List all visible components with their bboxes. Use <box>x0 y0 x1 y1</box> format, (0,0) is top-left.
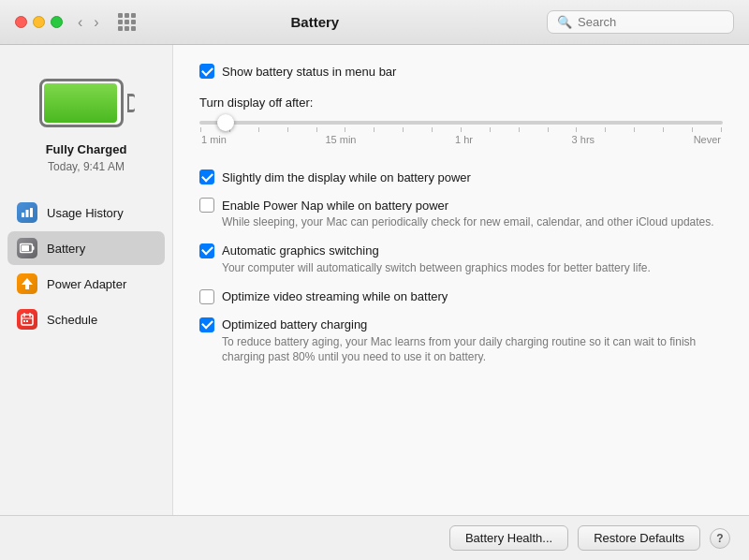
sidebar-item-power-adapter[interactable]: Power Adapter <box>7 267 165 301</box>
optimized-charging-row: Optimized battery charging To reduce bat… <box>199 317 723 366</box>
optimize-video-label: Optimize video streaming while on batter… <box>222 289 448 303</box>
power-nap-checkbox[interactable] <box>199 198 214 213</box>
power-nap-label: Enable Power Nap while on battery power <box>222 199 448 213</box>
battery-charge-label: Fully Charged <box>46 142 127 156</box>
sidebar-label-power-adapter: Power Adapter <box>47 277 126 291</box>
sidebar-item-usage-history[interactable]: Usage History <box>7 196 165 229</box>
svg-rect-7 <box>22 315 33 325</box>
power-adapter-icon <box>17 273 37 294</box>
schedule-icon <box>17 309 37 330</box>
slider-label-1hr: 1 hr <box>455 134 473 145</box>
detail-panel: Show battery status in menu bar Turn dis… <box>173 45 749 515</box>
auto-graphics-description: Your computer will automatically switch … <box>222 260 651 276</box>
optimize-video-checkbox[interactable] <box>199 289 214 304</box>
slider-label-1min: 1 min <box>201 134 227 145</box>
display-off-slider-container: 1 min 15 min 1 hr 3 hrs Never <box>199 121 723 145</box>
display-off-label: Turn display off after: <box>199 96 723 110</box>
sidebar: Fully Charged Today, 9:41 AM Usage Histo… <box>0 45 173 515</box>
optimized-charging-checkbox[interactable] <box>199 317 214 332</box>
usage-history-icon <box>17 202 37 223</box>
battery-health-button[interactable]: Battery Health... <box>449 525 568 551</box>
display-off-slider-section: Turn display off after: <box>199 96 723 153</box>
auto-graphics-row: Automatic graphics switching Your comput… <box>199 243 723 276</box>
battery-tip-inner <box>129 96 135 110</box>
power-nap-description: While sleeping, your Mac can periodicall… <box>222 214 714 230</box>
slider-label-3hrs: 3 hrs <box>572 134 595 145</box>
show-battery-status-label: Show battery status in menu bar <box>222 65 396 79</box>
sidebar-nav: Usage History Battery Po <box>7 196 165 336</box>
svg-rect-4 <box>22 245 29 251</box>
close-button[interactable] <box>15 16 27 28</box>
battery-fill <box>44 83 117 123</box>
slider-label-never: Never <box>694 134 721 145</box>
sidebar-item-battery[interactable]: Battery <box>7 231 165 265</box>
slider-label-15min: 15 min <box>325 134 356 145</box>
sidebar-item-schedule[interactable]: Schedule <box>7 302 165 336</box>
restore-defaults-button[interactable]: Restore Defaults <box>578 525 700 551</box>
optimized-charging-description: To reduce battery aging, your Mac learns… <box>222 334 723 366</box>
battery-icon <box>39 75 133 131</box>
auto-graphics-checkbox-row: Automatic graphics switching <box>199 243 379 258</box>
bottom-bar: Battery Health... Restore Defaults ? <box>0 515 749 560</box>
sidebar-label-battery: Battery <box>47 242 85 256</box>
svg-rect-5 <box>33 246 35 250</box>
search-input[interactable] <box>578 15 724 29</box>
traffic-lights <box>15 16 63 28</box>
titlebar: ‹ › Battery 🔍 <box>0 0 749 45</box>
power-nap-row: Enable Power Nap while on battery power … <box>199 198 723 230</box>
svg-rect-1 <box>26 210 29 217</box>
slider-thumb[interactable] <box>217 114 234 131</box>
back-button[interactable]: ‹ <box>74 12 86 33</box>
svg-rect-0 <box>22 213 24 217</box>
auto-graphics-checkbox[interactable] <box>199 243 214 258</box>
battery-body <box>39 79 124 127</box>
window-title: Battery <box>95 14 536 30</box>
show-battery-status-checkbox-row: Show battery status in menu bar <box>199 64 396 79</box>
main-content: Fully Charged Today, 9:41 AM Usage Histo… <box>0 45 749 515</box>
search-icon: 🔍 <box>557 15 572 29</box>
optimized-charging-checkbox-row: Optimized battery charging <box>199 317 367 332</box>
svg-marker-6 <box>22 278 33 289</box>
svg-rect-11 <box>23 320 25 322</box>
minimize-button[interactable] <box>33 16 45 28</box>
svg-rect-12 <box>26 320 28 322</box>
auto-graphics-label: Automatic graphics switching <box>222 243 379 258</box>
battery-status-panel: Fully Charged Today, 9:41 AM <box>32 60 140 181</box>
optimize-video-checkbox-row: Optimize video streaming while on batter… <box>199 289 448 304</box>
dim-display-checkbox-row: Slightly dim the display while on batter… <box>199 169 471 184</box>
slider-labels: 1 min 15 min 1 hr 3 hrs Never <box>199 134 723 145</box>
battery-nav-icon <box>17 238 37 258</box>
dim-display-checkbox[interactable] <box>199 169 214 184</box>
dim-display-row: Slightly dim the display while on batter… <box>199 169 723 184</box>
help-button[interactable]: ? <box>710 528 730 549</box>
sidebar-label-usage-history: Usage History <box>47 206 124 220</box>
power-nap-checkbox-row: Enable Power Nap while on battery power <box>199 198 448 213</box>
optimized-charging-label: Optimized battery charging <box>222 317 367 332</box>
search-bar[interactable]: 🔍 <box>547 10 734 34</box>
battery-tip <box>127 94 135 112</box>
sidebar-label-schedule: Schedule <box>47 313 97 327</box>
dim-display-label: Slightly dim the display while on batter… <box>222 170 471 184</box>
show-battery-status-row: Show battery status in menu bar <box>199 64 723 79</box>
maximize-button[interactable] <box>51 16 63 28</box>
optimize-video-row: Optimize video streaming while on batter… <box>199 289 723 304</box>
battery-time-label: Today, 9:41 AM <box>48 160 125 173</box>
show-battery-status-checkbox[interactable] <box>199 64 214 79</box>
svg-rect-2 <box>30 208 33 217</box>
slider-track[interactable] <box>199 121 723 125</box>
